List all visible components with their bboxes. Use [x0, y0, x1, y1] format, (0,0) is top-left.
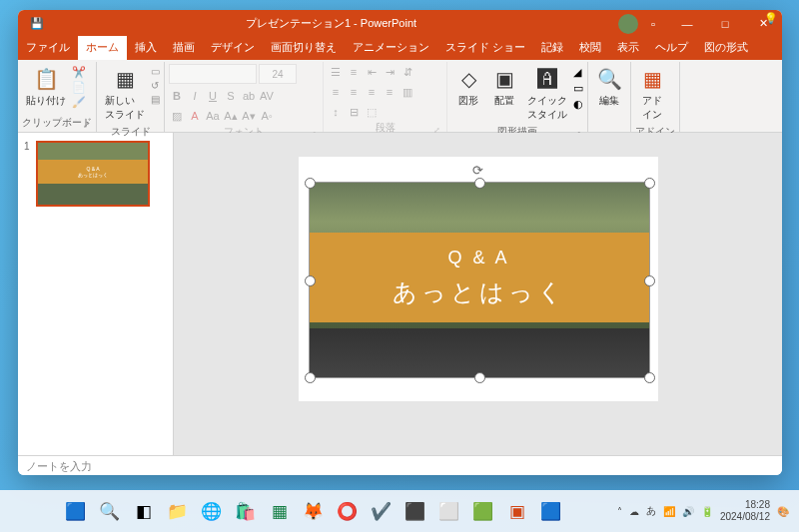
underline-button[interactable]: U [205, 88, 221, 104]
tab-draw[interactable]: 描画 [165, 36, 203, 60]
resize-handle[interactable] [305, 275, 316, 286]
arrange-button[interactable]: ▣配置 [487, 64, 521, 110]
font-color-button[interactable]: A [187, 108, 203, 124]
resize-handle[interactable] [474, 372, 485, 383]
tab-picture-format[interactable]: 図の形式 [696, 36, 756, 60]
shadow-button[interactable]: ab [241, 88, 257, 104]
excel-icon[interactable]: ▦ [265, 496, 295, 526]
text-direction-button[interactable]: ↕ [328, 104, 344, 120]
battery-icon[interactable]: 🔋 [701, 506, 713, 517]
tab-animations[interactable]: アニメーション [345, 36, 437, 60]
search-button[interactable]: 🔍 [95, 496, 125, 526]
tell-me[interactable]: 💡操作アシス [756, 10, 782, 60]
tab-file[interactable]: ファイル [18, 36, 78, 60]
selected-picture[interactable]: ⟳ Q & A あっとはっく [309, 182, 650, 378]
resize-handle[interactable] [305, 178, 316, 189]
ime-icon[interactable]: あ [646, 504, 656, 518]
copilot-icon[interactable]: 🎨 [777, 506, 789, 517]
resize-handle[interactable] [644, 372, 655, 383]
autosave-icon[interactable]: 💾 [30, 17, 44, 30]
system-tray[interactable]: ˄ ☁ あ 📶 🔊 🔋 18:282024/08/12 🎨 [617, 499, 789, 523]
wifi-icon[interactable]: 📶 [663, 506, 675, 517]
cut-icon[interactable]: ✂️ [72, 66, 86, 79]
smartart-button[interactable]: ⬚ [364, 104, 380, 120]
spacing-button[interactable]: AV [259, 88, 275, 104]
tab-design[interactable]: デザイン [203, 36, 263, 60]
reset-icon[interactable]: ↺ [151, 80, 160, 91]
explorer-icon[interactable]: 📁 [163, 496, 193, 526]
slide-thumbnail[interactable]: 1 Q & Aあっとはっく [24, 141, 167, 207]
font-size-combo[interactable]: 24 [259, 64, 297, 84]
clock[interactable]: 18:282024/08/12 [720, 499, 770, 523]
chevron-up-icon[interactable]: ˄ [617, 506, 622, 517]
addins-button[interactable]: ▦アド イン [635, 64, 669, 124]
resize-handle[interactable] [644, 275, 655, 286]
firefox-icon[interactable]: 🦊 [299, 496, 329, 526]
tab-view[interactable]: 表示 [609, 36, 647, 60]
app-icon[interactable]: 🟦 [536, 496, 566, 526]
bullets-button[interactable]: ☰ [328, 64, 344, 80]
maximize-button[interactable]: □ [706, 10, 744, 37]
align-right-button[interactable]: ≡ [364, 84, 380, 100]
powerpoint-icon[interactable]: ▣ [502, 496, 532, 526]
numbering-button[interactable]: ≡ [346, 64, 362, 80]
tab-insert[interactable]: 挿入 [127, 36, 165, 60]
align-left-button[interactable]: ≡ [328, 84, 344, 100]
shape-effects-icon[interactable]: ◐ [573, 98, 583, 111]
quick-styles-button[interactable]: 🅰クイック スタイル [523, 64, 571, 124]
format-painter-icon[interactable]: 🖌️ [72, 96, 86, 109]
user-avatar[interactable] [618, 14, 638, 34]
slide-panel[interactable]: 1 Q & Aあっとはっく [18, 133, 174, 455]
bold-button[interactable]: B [169, 88, 185, 104]
chrome-icon[interactable]: ⭕ [333, 496, 363, 526]
align-text-button[interactable]: ⊟ [346, 104, 362, 120]
copy-icon[interactable]: 📄 [72, 81, 86, 94]
line-spacing-button[interactable]: ⇵ [400, 64, 415, 80]
edge-icon[interactable]: 🌐 [197, 496, 227, 526]
shapes-button[interactable]: ◇図形 [451, 64, 485, 110]
minimize-button[interactable]: — [668, 10, 706, 37]
grow-font-button[interactable]: A▴ [223, 108, 239, 124]
taskview-button[interactable]: ◧ [129, 496, 159, 526]
shrink-font-button[interactable]: A▾ [241, 108, 257, 124]
store-icon[interactable]: 🛍️ [231, 496, 261, 526]
tab-review[interactable]: 校閲 [571, 36, 609, 60]
change-case-button[interactable]: Aa [205, 108, 221, 124]
notes-pane[interactable]: ノートを入力 [18, 455, 782, 475]
new-slide-button[interactable]: ▦新しい スライド [101, 64, 149, 124]
onedrive-icon[interactable]: ☁ [629, 506, 639, 517]
shape-fill-icon[interactable]: ◢ [573, 66, 583, 79]
app-icon[interactable]: 🟩 [468, 496, 498, 526]
ribbon-options-icon[interactable]: ▫ [642, 18, 664, 30]
columns-button[interactable]: ▥ [400, 84, 415, 100]
tab-record[interactable]: 記録 [533, 36, 571, 60]
indent-inc-button[interactable]: ⇥ [382, 64, 398, 80]
italic-button[interactable]: I [187, 88, 203, 104]
layout-icon[interactable]: ▭ [151, 66, 160, 77]
volume-icon[interactable]: 🔊 [682, 506, 694, 517]
align-center-button[interactable]: ≡ [346, 84, 362, 100]
app-icon[interactable]: ⬜ [434, 496, 464, 526]
resize-handle[interactable] [305, 372, 316, 383]
terminal-icon[interactable]: ⬛ [400, 496, 430, 526]
resize-handle[interactable] [644, 178, 655, 189]
clear-format-button[interactable]: A◦ [259, 108, 275, 124]
tab-slideshow[interactable]: スライド ショー [437, 36, 533, 60]
tab-home[interactable]: ホーム [78, 36, 127, 60]
highlight-button[interactable]: ▨ [169, 108, 185, 124]
rotate-handle-icon[interactable]: ⟳ [472, 163, 483, 178]
start-button[interactable]: 🟦 [61, 496, 91, 526]
shape-outline-icon[interactable]: ▭ [573, 82, 583, 95]
dialog-launcher-icon[interactable]: ⤢ [83, 121, 90, 130]
indent-dec-button[interactable]: ⇤ [364, 64, 380, 80]
justify-button[interactable]: ≡ [382, 84, 398, 100]
strike-button[interactable]: S [223, 88, 239, 104]
tab-transitions[interactable]: 画面切り替え [263, 36, 345, 60]
tab-help[interactable]: ヘルプ [647, 36, 696, 60]
section-icon[interactable]: ▤ [151, 94, 160, 105]
slide-canvas[interactable]: ⟳ Q & A あっとはっく [174, 133, 782, 455]
font-family-combo[interactable] [169, 64, 257, 84]
todo-icon[interactable]: ✔️ [367, 496, 397, 526]
resize-handle[interactable] [474, 178, 485, 189]
find-button[interactable]: 🔍編集 [592, 64, 626, 110]
